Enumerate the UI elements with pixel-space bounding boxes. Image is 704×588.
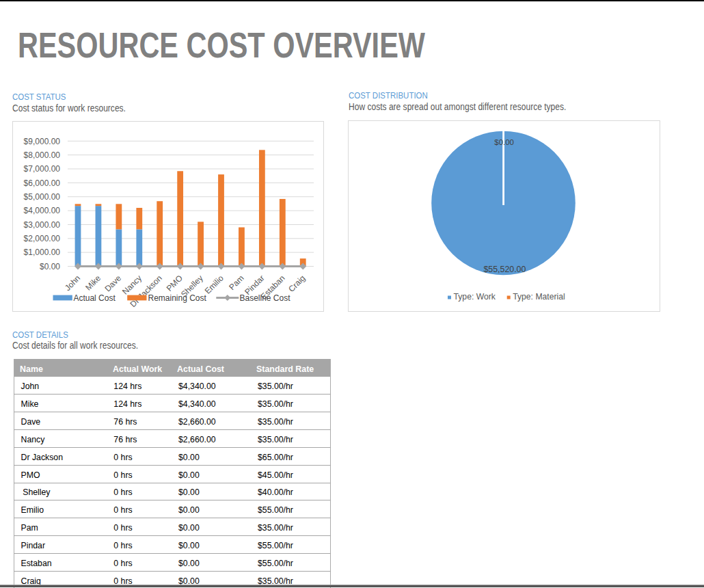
svg-text:Type: Work: Type: Work xyxy=(454,292,496,302)
svg-text:Baseline Cost: Baseline Cost xyxy=(240,293,291,303)
svg-text:$2,000.00: $2,000.00 xyxy=(24,234,61,243)
svg-text:$0.00: $0.00 xyxy=(40,262,60,271)
svg-text:$6,000.00: $6,000.00 xyxy=(24,178,61,188)
svg-text:$5,000.00: $5,000.00 xyxy=(24,192,61,202)
svg-text:$4,000.00: $4,000.00 xyxy=(24,206,61,215)
svg-text:$7,000.00: $7,000.00 xyxy=(24,164,61,174)
svg-text:Remaining Cost: Remaining Cost xyxy=(148,293,207,303)
svg-text:$55,520.00: $55,520.00 xyxy=(483,265,526,274)
svg-text:$8,000.00: $8,000.00 xyxy=(24,150,61,160)
svg-text:$3,000.00: $3,000.00 xyxy=(24,220,61,230)
svg-text:Type: Material: Type: Material xyxy=(513,292,565,302)
svg-text:Mike: Mike xyxy=(83,273,103,292)
svg-text:John: John xyxy=(63,273,82,293)
svg-text:$1,000.00: $1,000.00 xyxy=(24,248,61,257)
svg-text:Actual Cost: Actual Cost xyxy=(73,293,116,303)
svg-text:$9,000.00: $9,000.00 xyxy=(24,137,61,146)
svg-text:Craig: Craig xyxy=(286,273,307,294)
svg-text:$0.00: $0.00 xyxy=(494,138,514,146)
